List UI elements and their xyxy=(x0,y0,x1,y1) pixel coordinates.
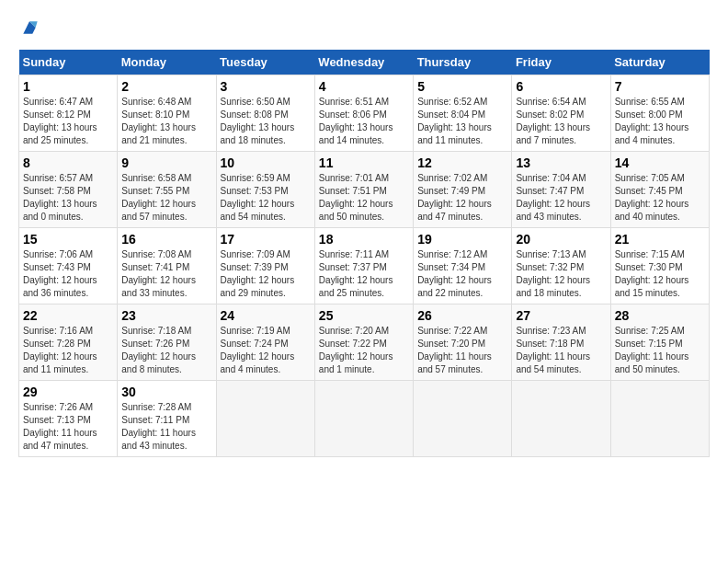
calendar-cell: 3Sunrise: 6:50 AM Sunset: 8:08 PM Daylig… xyxy=(216,75,314,152)
calendar-cell: 4Sunrise: 6:51 AM Sunset: 8:06 PM Daylig… xyxy=(314,75,413,152)
day-number: 17 xyxy=(221,232,311,247)
calendar-cell xyxy=(216,381,314,457)
day-number: 18 xyxy=(319,232,409,247)
header-thursday: Thursday xyxy=(414,50,512,75)
day-number: 4 xyxy=(319,79,409,94)
day-info: Sunrise: 7:26 AM Sunset: 7:13 PM Dayligh… xyxy=(23,401,113,453)
calendar-cell xyxy=(610,381,709,457)
calendar-cell: 30Sunrise: 7:28 AM Sunset: 7:11 PM Dayli… xyxy=(118,381,216,457)
calendar-cell: 1Sunrise: 6:47 AM Sunset: 8:12 PM Daylig… xyxy=(19,75,118,152)
calendar-cell: 20Sunrise: 7:13 AM Sunset: 7:32 PM Dayli… xyxy=(512,228,610,304)
day-info: Sunrise: 7:09 AM Sunset: 7:39 PM Dayligh… xyxy=(221,248,311,300)
day-number: 13 xyxy=(516,155,606,170)
calendar-cell: 16Sunrise: 7:08 AM Sunset: 7:41 PM Dayli… xyxy=(118,228,216,304)
header-row: SundayMondayTuesdayWednesdayThursdayFrid… xyxy=(19,50,710,75)
header-friday: Friday xyxy=(512,50,610,75)
day-info: Sunrise: 7:18 AM Sunset: 7:26 PM Dayligh… xyxy=(121,325,211,376)
calendar-cell: 8Sunrise: 6:57 AM Sunset: 7:58 PM Daylig… xyxy=(19,152,118,228)
day-info: Sunrise: 7:20 AM Sunset: 7:22 PM Dayligh… xyxy=(319,325,409,376)
calendar-cell: 5Sunrise: 6:52 AM Sunset: 8:04 PM Daylig… xyxy=(414,75,512,152)
day-info: Sunrise: 7:08 AM Sunset: 7:41 PM Dayligh… xyxy=(121,248,211,300)
day-number: 8 xyxy=(23,155,113,170)
calendar-cell: 27Sunrise: 7:23 AM Sunset: 7:18 PM Dayli… xyxy=(512,304,610,381)
calendar-cell: 28Sunrise: 7:25 AM Sunset: 7:15 PM Dayli… xyxy=(610,304,709,381)
day-info: Sunrise: 7:15 AM Sunset: 7:30 PM Dayligh… xyxy=(615,248,705,300)
day-info: Sunrise: 6:52 AM Sunset: 8:04 PM Dayligh… xyxy=(417,96,507,147)
day-number: 23 xyxy=(121,308,211,323)
day-info: Sunrise: 7:28 AM Sunset: 7:11 PM Dayligh… xyxy=(121,401,211,453)
calendar-cell: 24Sunrise: 7:19 AM Sunset: 7:24 PM Dayli… xyxy=(216,304,314,381)
calendar-cell: 26Sunrise: 7:22 AM Sunset: 7:20 PM Dayli… xyxy=(414,304,512,381)
page-header xyxy=(18,18,710,40)
calendar-cell: 9Sunrise: 6:58 AM Sunset: 7:55 PM Daylig… xyxy=(118,152,216,228)
logo-icon xyxy=(20,18,39,37)
calendar-cell: 11Sunrise: 7:01 AM Sunset: 7:51 PM Dayli… xyxy=(314,152,413,228)
day-number: 12 xyxy=(417,155,507,170)
day-number: 22 xyxy=(23,308,113,323)
calendar-week-2: 8Sunrise: 6:57 AM Sunset: 7:58 PM Daylig… xyxy=(19,152,710,228)
day-number: 25 xyxy=(319,308,409,323)
calendar-week-5: 29Sunrise: 7:26 AM Sunset: 7:13 PM Dayli… xyxy=(19,381,710,457)
day-number: 16 xyxy=(121,232,211,247)
day-number: 20 xyxy=(516,232,606,247)
day-number: 1 xyxy=(23,79,113,94)
calendar-week-1: 1Sunrise: 6:47 AM Sunset: 8:12 PM Daylig… xyxy=(19,75,710,152)
calendar-table: SundayMondayTuesdayWednesdayThursdayFrid… xyxy=(18,50,710,457)
calendar-cell: 29Sunrise: 7:26 AM Sunset: 7:13 PM Dayli… xyxy=(19,381,118,457)
calendar-cell xyxy=(512,381,610,457)
day-info: Sunrise: 7:23 AM Sunset: 7:18 PM Dayligh… xyxy=(516,325,606,376)
day-info: Sunrise: 7:25 AM Sunset: 7:15 PM Dayligh… xyxy=(615,325,705,376)
day-info: Sunrise: 6:54 AM Sunset: 8:02 PM Dayligh… xyxy=(516,96,606,147)
calendar-cell: 18Sunrise: 7:11 AM Sunset: 7:37 PM Dayli… xyxy=(314,228,413,304)
calendar-cell: 10Sunrise: 6:59 AM Sunset: 7:53 PM Dayli… xyxy=(216,152,314,228)
calendar-cell: 12Sunrise: 7:02 AM Sunset: 7:49 PM Dayli… xyxy=(414,152,512,228)
calendar-cell: 14Sunrise: 7:05 AM Sunset: 7:45 PM Dayli… xyxy=(610,152,709,228)
day-info: Sunrise: 7:06 AM Sunset: 7:43 PM Dayligh… xyxy=(23,248,113,300)
header-saturday: Saturday xyxy=(610,50,709,75)
calendar-cell: 19Sunrise: 7:12 AM Sunset: 7:34 PM Dayli… xyxy=(414,228,512,304)
header-tuesday: Tuesday xyxy=(216,50,314,75)
calendar-cell: 7Sunrise: 6:55 AM Sunset: 8:00 PM Daylig… xyxy=(610,75,709,152)
day-info: Sunrise: 6:51 AM Sunset: 8:06 PM Dayligh… xyxy=(319,96,409,147)
day-info: Sunrise: 6:48 AM Sunset: 8:10 PM Dayligh… xyxy=(121,96,211,147)
day-number: 14 xyxy=(615,155,705,170)
day-number: 7 xyxy=(615,79,705,94)
day-number: 29 xyxy=(23,385,113,399)
calendar-cell: 2Sunrise: 6:48 AM Sunset: 8:10 PM Daylig… xyxy=(118,75,216,152)
day-number: 9 xyxy=(121,155,211,170)
calendar-cell: 17Sunrise: 7:09 AM Sunset: 7:39 PM Dayli… xyxy=(216,228,314,304)
day-info: Sunrise: 7:22 AM Sunset: 7:20 PM Dayligh… xyxy=(417,325,507,376)
calendar-cell: 15Sunrise: 7:06 AM Sunset: 7:43 PM Dayli… xyxy=(19,228,118,304)
day-info: Sunrise: 7:04 AM Sunset: 7:47 PM Dayligh… xyxy=(516,172,606,224)
calendar-cell: 13Sunrise: 7:04 AM Sunset: 7:47 PM Dayli… xyxy=(512,152,610,228)
day-number: 19 xyxy=(417,232,507,247)
day-number: 2 xyxy=(121,79,211,94)
day-number: 5 xyxy=(417,79,507,94)
day-number: 28 xyxy=(615,308,705,323)
day-info: Sunrise: 7:12 AM Sunset: 7:34 PM Dayligh… xyxy=(417,248,507,300)
day-number: 21 xyxy=(615,232,705,247)
calendar-week-3: 15Sunrise: 7:06 AM Sunset: 7:43 PM Dayli… xyxy=(19,228,710,304)
day-info: Sunrise: 6:57 AM Sunset: 7:58 PM Dayligh… xyxy=(23,172,113,224)
calendar-cell: 6Sunrise: 6:54 AM Sunset: 8:02 PM Daylig… xyxy=(512,75,610,152)
logo xyxy=(18,18,39,40)
day-info: Sunrise: 6:58 AM Sunset: 7:55 PM Dayligh… xyxy=(121,172,211,224)
calendar-cell xyxy=(314,381,413,457)
calendar-cell: 21Sunrise: 7:15 AM Sunset: 7:30 PM Dayli… xyxy=(610,228,709,304)
day-number: 30 xyxy=(121,385,211,399)
day-number: 10 xyxy=(221,155,311,170)
day-info: Sunrise: 7:02 AM Sunset: 7:49 PM Dayligh… xyxy=(417,172,507,224)
day-info: Sunrise: 7:19 AM Sunset: 7:24 PM Dayligh… xyxy=(221,325,311,376)
day-number: 24 xyxy=(221,308,311,323)
day-info: Sunrise: 6:47 AM Sunset: 8:12 PM Dayligh… xyxy=(23,96,113,147)
calendar-cell: 23Sunrise: 7:18 AM Sunset: 7:26 PM Dayli… xyxy=(118,304,216,381)
calendar-cell: 25Sunrise: 7:20 AM Sunset: 7:22 PM Dayli… xyxy=(314,304,413,381)
day-info: Sunrise: 7:11 AM Sunset: 7:37 PM Dayligh… xyxy=(319,248,409,300)
day-number: 27 xyxy=(516,308,606,323)
day-info: Sunrise: 6:55 AM Sunset: 8:00 PM Dayligh… xyxy=(615,96,705,147)
day-info: Sunrise: 7:16 AM Sunset: 7:28 PM Dayligh… xyxy=(23,325,113,376)
day-number: 3 xyxy=(221,79,311,94)
day-info: Sunrise: 6:59 AM Sunset: 7:53 PM Dayligh… xyxy=(221,172,311,224)
day-number: 15 xyxy=(23,232,113,247)
calendar-week-4: 22Sunrise: 7:16 AM Sunset: 7:28 PM Dayli… xyxy=(19,304,710,381)
